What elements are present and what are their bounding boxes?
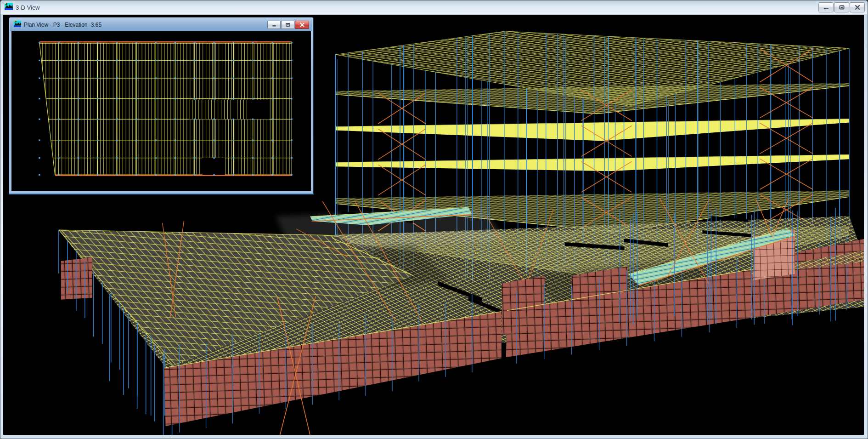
minimize-button[interactable] xyxy=(818,2,834,12)
plan-close-button[interactable] xyxy=(295,21,309,29)
plan-view-canvas[interactable] xyxy=(11,31,311,191)
window-title: 3-D View xyxy=(16,4,40,11)
3d-view-canvas[interactable]: Plan View - P3 - Elevation -3.65 xyxy=(3,15,864,435)
minimize-icon xyxy=(271,21,277,29)
restore-icon xyxy=(285,21,291,29)
plan-view-title: Plan View - P3 - Elevation -3.65 xyxy=(24,22,101,28)
plan-minimize-button[interactable] xyxy=(267,21,281,29)
close-icon xyxy=(854,5,861,10)
app-model-icon xyxy=(5,3,13,12)
titlebar-3d-view[interactable]: 3-D View xyxy=(0,0,868,14)
window-3d-view: 3-D View xyxy=(0,0,868,439)
plan-view-icon xyxy=(14,21,21,29)
plan-grid-rendering xyxy=(11,31,311,191)
close-button[interactable] xyxy=(850,2,865,12)
plan-restore-button[interactable] xyxy=(281,21,294,29)
minimize-icon xyxy=(823,5,829,10)
close-icon xyxy=(299,21,305,29)
window-plan-view[interactable]: Plan View - P3 - Elevation -3.65 xyxy=(9,17,314,194)
restore-button[interactable] xyxy=(834,2,849,12)
titlebar-plan-view[interactable]: Plan View - P3 - Elevation -3.65 xyxy=(10,18,312,31)
restore-icon xyxy=(839,5,845,10)
